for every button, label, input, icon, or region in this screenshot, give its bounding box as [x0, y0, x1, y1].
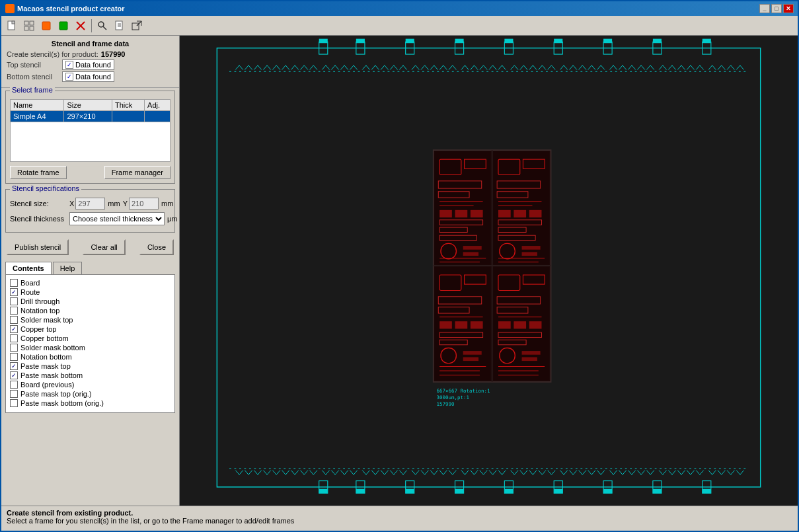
toolbar-search-button[interactable] — [95, 19, 110, 33]
frame-adj — [145, 111, 171, 122]
frame-manager-button[interactable]: Frame manager — [104, 166, 171, 179]
frame-name: Simple A4 — [11, 111, 64, 122]
route-label: Route — [20, 288, 40, 296]
svg-rect-52 — [554, 489, 562, 494]
tab-help[interactable]: Help — [53, 262, 83, 274]
x-input[interactable] — [75, 198, 105, 209]
export-icon — [132, 20, 142, 31]
drill-through-checkbox[interactable] — [10, 297, 18, 305]
paste-mask-top-label: Paste mask top — [20, 362, 71, 370]
rotate-frame-button[interactable]: Rotate frame — [10, 166, 67, 179]
grid-icon — [24, 20, 34, 31]
app-icon — [5, 4, 15, 13]
toolbar-new-button[interactable] — [4, 19, 20, 33]
top-stencil-label: Top stencil — [7, 61, 59, 69]
svg-rect-96 — [522, 252, 537, 256]
toolbar-orange-button[interactable] — [38, 19, 54, 33]
close-button[interactable]: Close — [139, 239, 174, 255]
svg-rect-71 — [455, 210, 468, 217]
size-label: Stencil size: — [10, 200, 69, 208]
bottom-stencil-row: Bottom stencil ✓ Data found — [7, 71, 174, 82]
tab-contents[interactable]: Contents — [5, 262, 52, 274]
top-stencil-row: Top stencil ✓ Data found — [7, 59, 174, 70]
svg-rect-111 — [463, 351, 482, 355]
main-content: Stencil and frame data Create stencil(s)… — [1, 36, 798, 506]
product-row: Create stencil(s) for product: 157990 — [7, 50, 174, 58]
select-frame-group: Select frame Name Size Thick Adj. Simple… — [5, 91, 175, 184]
tab-content-contents: Board ✓ Route Drill through Notation — [5, 274, 175, 413]
svg-rect-89 — [514, 210, 526, 217]
paste-mask-bottom-orig-checkbox[interactable] — [10, 399, 18, 407]
svg-rect-128 — [522, 351, 541, 355]
svg-rect-5 — [30, 26, 34, 30]
paste-mask-bottom-orig-label: Paste mask bottom (orig.) — [20, 399, 104, 407]
route-checkbox[interactable]: ✓ — [10, 288, 18, 296]
svg-rect-2 — [24, 21, 28, 25]
minimize-button[interactable]: _ — [759, 4, 770, 13]
top-stencil-checkbox: ✓ — [65, 61, 73, 69]
clear-button[interactable]: Clear all — [83, 239, 125, 255]
y-input[interactable] — [129, 198, 159, 209]
publish-button[interactable]: Publish stencil — [7, 239, 69, 255]
close-window-button[interactable]: ✕ — [783, 4, 794, 13]
toolbar-green-button[interactable] — [56, 19, 71, 33]
col-name: Name — [11, 100, 64, 111]
tabs-area: Contents Help Board ✓ Route — [1, 259, 179, 413]
list-item: Board (previous) — [10, 381, 171, 389]
board-previous-checkbox[interactable] — [10, 381, 18, 389]
pcb-canvas: 667×667 Rotation:1 3000um,pt:1 157990 — [180, 36, 798, 506]
svg-rect-90 — [529, 210, 542, 217]
svg-rect-112 — [463, 357, 478, 361]
window-controls: _ □ ✕ — [759, 4, 794, 13]
thickness-unit: μm — [167, 215, 178, 223]
solder-mask-bottom-checkbox[interactable] — [10, 344, 18, 352]
thickness-dropdown[interactable]: Choose stencil thickness 100 μm 120 μm 1… — [69, 212, 165, 225]
top-stencil-badge: ✓ Data found — [62, 59, 114, 70]
toolbar-file-button[interactable] — [112, 19, 128, 33]
list-item: Notation top — [10, 307, 171, 315]
notation-top-checkbox[interactable] — [10, 307, 18, 315]
svg-rect-72 — [471, 210, 483, 217]
svg-text:667×667 Rotation:1: 667×667 Rotation:1 — [436, 388, 490, 394]
table-row[interactable]: Simple A4 297×210 — [11, 111, 171, 122]
svg-rect-50 — [504, 489, 513, 494]
copper-top-checkbox[interactable]: ✓ — [10, 325, 18, 333]
frame-size: 297×210 — [64, 111, 112, 122]
list-item: Copper bottom — [10, 334, 171, 342]
bottom-stencil-checkbox: ✓ — [65, 73, 73, 81]
col-thick: Thick — [112, 100, 144, 111]
svg-rect-1 — [12, 21, 15, 24]
toolbar-export-button[interactable] — [129, 19, 145, 33]
paste-mask-top-checkbox[interactable]: ✓ — [10, 362, 18, 370]
svg-rect-88 — [498, 210, 511, 217]
delete-icon — [75, 20, 86, 31]
svg-rect-42 — [319, 489, 328, 494]
col-adj: Adj. — [145, 100, 171, 111]
notation-bottom-checkbox[interactable] — [10, 353, 18, 361]
copper-bottom-checkbox[interactable] — [10, 334, 18, 342]
status-line1: Create stencil from existing product. — [7, 509, 792, 517]
svg-rect-105 — [439, 321, 452, 328]
toolbar-delete-button[interactable] — [73, 19, 89, 33]
svg-rect-78 — [463, 252, 478, 256]
maximize-button[interactable]: □ — [771, 4, 782, 13]
paste-mask-bottom-checkbox[interactable]: ✓ — [10, 371, 18, 379]
top-stencil-status: Data found — [75, 61, 111, 69]
svg-rect-56 — [653, 489, 662, 494]
frame-thick — [112, 111, 144, 122]
svg-rect-39 — [703, 39, 711, 44]
paste-mask-top-orig-checkbox[interactable] — [10, 390, 18, 398]
board-checkbox[interactable] — [10, 279, 18, 287]
solder-mask-top-checkbox[interactable] — [10, 316, 18, 324]
list-item: ✓ Copper top — [10, 325, 171, 333]
svg-rect-95 — [522, 246, 541, 250]
svg-rect-33 — [554, 39, 562, 44]
solder-mask-bottom-label: Solder mask bottom — [20, 344, 85, 352]
y-label: Y — [123, 200, 128, 208]
svg-rect-58 — [703, 489, 711, 494]
y-unit: mm — [161, 200, 173, 208]
orange-icon — [41, 20, 52, 31]
section-title: Stencil and frame data — [7, 40, 174, 48]
toolbar-grid-button[interactable] — [21, 19, 37, 33]
list-item: Solder mask bottom — [10, 344, 171, 352]
